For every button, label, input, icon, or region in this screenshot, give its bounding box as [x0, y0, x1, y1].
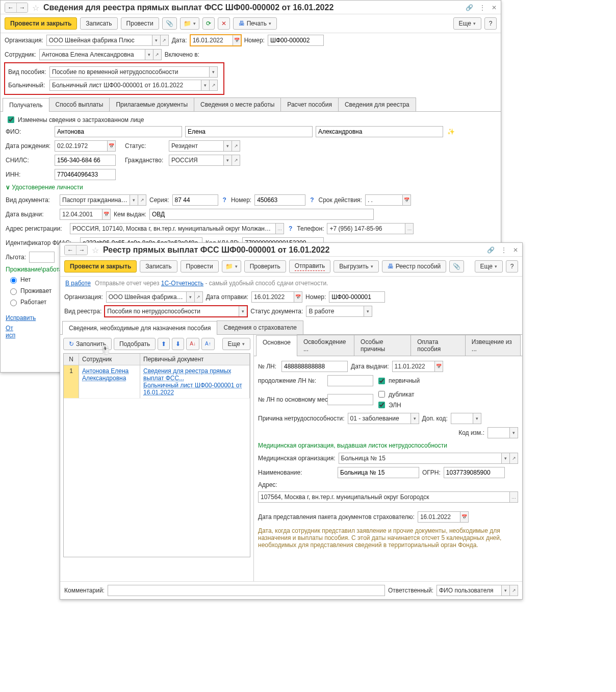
attach-button-2[interactable]: 📎 [449, 260, 464, 273]
nav-forward[interactable]: → [16, 3, 28, 12]
folder-button[interactable]: 📁▾ [180, 17, 199, 30]
doc-link-1[interactable]: Сведения для реестра прямых выплат ФСС..… [143, 367, 246, 382]
emp-combo[interactable]: Антонова Елена Александровна▾↗ [39, 49, 162, 60]
midname-input[interactable] [316, 126, 443, 137]
addcode-combo[interactable]: ▾ [451, 413, 481, 424]
ogrn-input[interactable] [444, 467, 505, 478]
kind2-combo[interactable]: Пособия по нетрудоспособности▾ [105, 306, 247, 317]
rtab-notice[interactable]: Извещение из ... [465, 335, 521, 356]
kebab-icon[interactable]: ⋮ [479, 4, 485, 11]
post-button[interactable]: Провести [121, 17, 159, 30]
move-up-button[interactable]: ⬆ [158, 338, 170, 350]
more-button[interactable]: Еще ▾ [453, 17, 481, 30]
citizen-combo[interactable]: РОССИЯ▾↗ [169, 155, 240, 166]
1c-reporting-link[interactable]: 1С-Отчетность [161, 280, 203, 287]
tab-recipient[interactable]: Получатель [3, 98, 49, 112]
help-button-2[interactable]: ? [506, 260, 518, 273]
th-doc[interactable]: Первичный документ [140, 354, 250, 365]
post-and-close-button[interactable]: Провести и закрыть [5, 17, 77, 30]
help-button[interactable]: ? [484, 17, 497, 30]
eln-checkbox[interactable]: ЭЛН [376, 400, 415, 410]
emp-link[interactable]: Антонова Елена Александровна [82, 367, 137, 382]
firstname-input[interactable] [185, 126, 313, 137]
post-button-2[interactable]: Провести [181, 260, 219, 273]
rtab-payment[interactable]: Оплата пособия [410, 335, 466, 356]
refresh-button[interactable]: ⟳ [202, 17, 215, 30]
star-icon-2[interactable]: ☆ [90, 245, 101, 255]
dob-input[interactable]: 02.02.1972📅 [55, 140, 116, 152]
cause-combo[interactable]: 01 - заболевание▾ [348, 413, 419, 424]
series-input[interactable] [172, 194, 218, 206]
name-input[interactable] [338, 467, 419, 478]
docstatus-combo[interactable]: В работе▾ [306, 306, 372, 317]
addr-input[interactable]: РОССИЯ, 107140, Москва г, вн.тер.г. муни… [70, 223, 284, 234]
check-button[interactable]: Проверить [244, 260, 286, 273]
help-icon-3[interactable]: ? [287, 225, 294, 232]
lastname-input[interactable] [55, 126, 182, 137]
link-icon-2[interactable]: 🔗 [487, 246, 495, 254]
rtab-free[interactable]: Освобождение ... [297, 335, 354, 356]
docnum-input[interactable] [254, 194, 305, 206]
th-n[interactable]: N [64, 354, 79, 365]
changed-checkbox[interactable]: Изменены сведения о застрахованном лице [6, 115, 144, 125]
star-icon[interactable]: ☆ [30, 3, 41, 13]
id-section-toggle[interactable]: ∨ Удостоверение личности [6, 182, 496, 193]
doctype-combo[interactable]: Паспорт гражданина Рос▾↗ [60, 194, 146, 206]
th-emp[interactable]: Сотрудник [79, 354, 140, 365]
send-date-input[interactable]: 16.01.2022📅 [251, 291, 302, 303]
tab-calc[interactable]: Расчет пособия [280, 97, 339, 111]
valid-date-input[interactable]: . . 📅 [365, 194, 411, 206]
rtab-main[interactable]: Основное [256, 335, 297, 356]
addr2-input[interactable]: 107564, Москва г, вн.тер.г. муниципальны… [258, 491, 518, 503]
org-combo-2[interactable]: ООО Швейная фабрика Плюс▾↗ [106, 291, 203, 303]
nav-back-2[interactable]: ← [65, 245, 76, 255]
dup-checkbox[interactable]: дубликат [376, 389, 415, 399]
doc-link-2[interactable]: Больничный лист ШФ00-000001 от 16.01.202… [143, 382, 246, 396]
folder-button-2[interactable]: 📁▾ [222, 260, 241, 273]
print-button[interactable]: 🖶 Печать ▾ [233, 17, 277, 30]
close-icon[interactable]: ✕ [492, 4, 497, 11]
phone-input[interactable]: +7 (956) 147-85-96… [327, 223, 414, 234]
tab-payment-method[interactable]: Способ выплаты [49, 97, 110, 111]
table-row[interactable]: 1 Антонова Елена Александровна Сведения … [64, 365, 250, 399]
send-button[interactable]: Отправить [289, 260, 331, 273]
export-button[interactable]: Выгрузить ▾ [333, 260, 379, 273]
kebab-icon-2[interactable]: ⋮ [501, 246, 507, 254]
changed-checkbox-input[interactable] [8, 116, 14, 123]
wand-icon[interactable]: ✨ [446, 127, 455, 136]
delete-button[interactable]: ✕ [218, 17, 230, 30]
cancel-fix-link[interactable]: От [6, 325, 13, 332]
attach-button[interactable]: 📎 [162, 17, 177, 30]
more-button-2[interactable]: Еще ▾ [475, 260, 503, 273]
resp-combo[interactable]: ФИО пользователя▾↗ [437, 585, 518, 596]
medorg-combo[interactable]: Больница № 15▾↗ [339, 453, 518, 464]
comment-input[interactable] [108, 585, 385, 596]
rtab-special[interactable]: Особые причины [354, 335, 411, 356]
packdate-input[interactable]: 16.01.2022📅 [418, 511, 469, 523]
primary-checkbox[interactable]: первичный [376, 376, 420, 386]
move-down-button[interactable]: ⬇ [172, 338, 184, 350]
pick-button[interactable]: Подобрать [114, 338, 156, 350]
tab-insurer-info[interactable]: Сведения о страхователе [217, 320, 303, 334]
help-icon-2[interactable]: ? [309, 196, 315, 204]
use-fix-link[interactable]: исп [6, 332, 15, 339]
sick-combo[interactable]: Больничный лист ШФ00-000001 от 16.01.202… [49, 80, 218, 91]
ln-main-input[interactable] [327, 394, 373, 405]
issued-by-input[interactable] [149, 209, 374, 220]
sort-asc-button[interactable]: A↓ [186, 338, 199, 350]
issued-date-input[interactable]: 12.04.2001📅 [60, 209, 111, 220]
status-link[interactable]: В работе [65, 280, 91, 287]
snils-input[interactable] [55, 155, 116, 166]
nav-forward-2[interactable]: → [76, 245, 87, 255]
inn-input[interactable] [55, 169, 116, 180]
tab-workplace[interactable]: Сведения о месте работы [194, 97, 281, 111]
cont-input[interactable] [327, 375, 373, 386]
num-input-2[interactable] [329, 291, 385, 303]
issue-date-input[interactable]: 11.01.2022📅 [392, 361, 443, 372]
status-combo[interactable]: Резидент▾↗ [169, 140, 240, 152]
post-and-close-button-2[interactable]: Провести и закрыть [64, 260, 137, 273]
ln-input[interactable] [281, 361, 348, 372]
date-input[interactable]: 16.01.2022📅 [190, 35, 241, 46]
tab-assignment-info[interactable]: Сведения, необходимые для назначения пос… [62, 321, 217, 335]
benefit-combo[interactable] [29, 252, 55, 263]
